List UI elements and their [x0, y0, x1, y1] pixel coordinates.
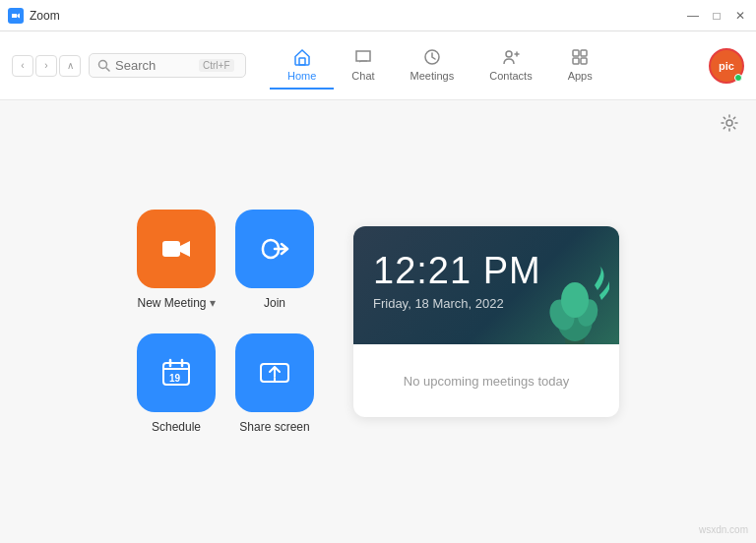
plant-decoration: [540, 266, 609, 344]
maximize-button[interactable]: □: [709, 8, 724, 24]
main-content: New Meeting ▾ Join: [0, 100, 756, 543]
tab-contacts[interactable]: Contacts: [472, 41, 549, 90]
toolbar: ‹ › ∧ Ctrl+F Home Chat: [0, 31, 756, 100]
join-button[interactable]: [235, 210, 314, 288]
minimize-button[interactable]: —: [685, 8, 701, 24]
schedule-button[interactable]: 19: [137, 333, 216, 412]
share-screen-item: Share screen: [235, 333, 314, 434]
schedule-item: 19 Schedule: [137, 333, 216, 434]
svg-rect-9: [581, 58, 587, 64]
settings-gear-button[interactable]: [719, 112, 740, 134]
nav-buttons: ‹ › ∧: [12, 55, 81, 77]
apps-icon: [570, 47, 590, 67]
search-shortcut: Ctrl+F: [199, 59, 234, 72]
profile-button[interactable]: pic: [709, 48, 744, 84]
online-status-dot: [734, 74, 742, 82]
close-button[interactable]: ✕: [732, 8, 748, 24]
home-icon: [292, 47, 312, 67]
search-input[interactable]: [115, 58, 194, 73]
title-bar-left: Zoom: [8, 8, 60, 24]
profile-area: pic: [709, 48, 744, 84]
contacts-icon: [501, 47, 521, 67]
video-camera-icon: [158, 230, 195, 268]
svg-rect-6: [573, 50, 579, 56]
share-screen-icon: [256, 354, 293, 392]
window-title: Zoom: [30, 9, 60, 23]
svg-point-27: [561, 282, 589, 318]
svg-text:19: 19: [169, 373, 181, 384]
title-bar: Zoom — □ ✕: [0, 0, 756, 31]
svg-point-1: [99, 61, 107, 69]
svg-rect-11: [162, 241, 180, 257]
new-meeting-label: New Meeting ▾: [137, 296, 215, 310]
join-item: Join: [235, 210, 314, 310]
svg-point-5: [506, 51, 512, 57]
meetings-icon: [422, 47, 442, 67]
svg-rect-7: [581, 50, 587, 56]
clock-panel: 12:21 PM Friday, 18 March, 2022 No upcom…: [353, 226, 619, 417]
nav-back-button[interactable]: ‹: [12, 55, 33, 77]
search-icon: [97, 59, 110, 72]
share-screen-label: Share screen: [239, 420, 309, 434]
nav-tabs: Home Chat Meetings Contacts: [270, 41, 610, 90]
tab-home[interactable]: Home: [270, 41, 334, 90]
chat-icon: [353, 47, 373, 67]
svg-point-10: [726, 120, 732, 126]
schedule-label: Schedule: [152, 420, 201, 434]
no-meetings-text: No upcoming meetings today: [404, 374, 569, 389]
calendar-icon: 19: [158, 354, 195, 392]
action-grid: New Meeting ▾ Join: [137, 210, 314, 434]
tab-apps[interactable]: Apps: [550, 41, 610, 90]
svg-line-2: [106, 68, 109, 71]
watermark: wsxdn.com: [699, 524, 748, 535]
search-box[interactable]: Ctrl+F: [89, 53, 246, 78]
new-meeting-item: New Meeting ▾: [137, 210, 216, 310]
svg-rect-3: [299, 58, 305, 65]
join-icon: [256, 230, 293, 268]
title-bar-controls: — □ ✕: [685, 8, 748, 24]
new-meeting-button[interactable]: [137, 210, 216, 288]
gear-icon: [720, 113, 739, 133]
share-screen-button[interactable]: [235, 333, 314, 412]
nav-forward-button[interactable]: ›: [35, 55, 57, 77]
tab-meetings[interactable]: Meetings: [393, 41, 472, 90]
nav-up-button[interactable]: ∧: [59, 55, 81, 77]
tab-chat[interactable]: Chat: [334, 41, 392, 90]
clock-body: No upcoming meetings today: [353, 344, 619, 417]
zoom-logo-icon: [8, 8, 24, 24]
clock-banner: 12:21 PM Friday, 18 March, 2022: [353, 226, 619, 344]
join-label: Join: [264, 296, 285, 310]
svg-rect-8: [573, 58, 579, 64]
